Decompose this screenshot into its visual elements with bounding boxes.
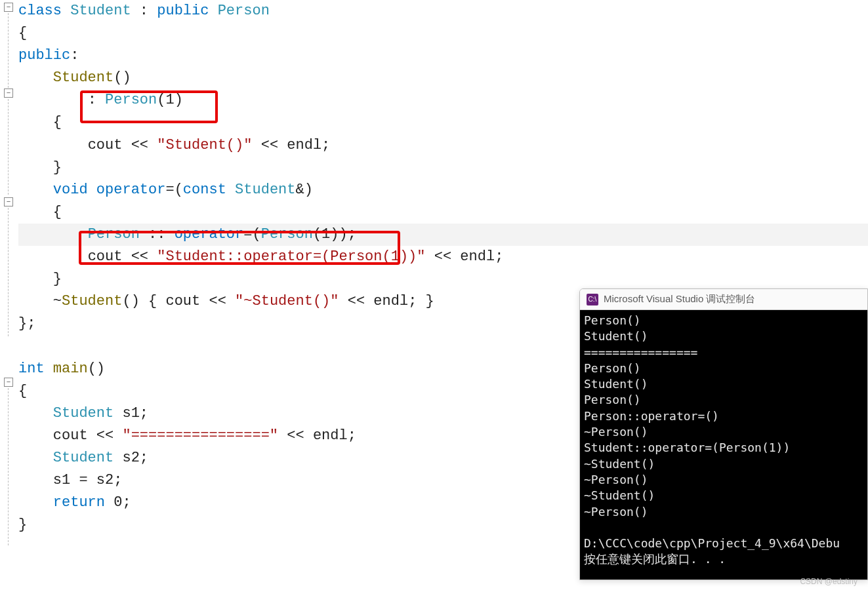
console-output[interactable]: Person() Student() ================ Pers… [580,310,867,580]
console-title: Microsoft Visual Studio 调试控制台 [604,293,755,305]
vs-icon: C:\ [587,294,598,305]
debug-console-window[interactable]: C:\ Microsoft Visual Studio 调试控制台 Person… [579,288,868,580]
console-titlebar[interactable]: C:\ Microsoft Visual Studio 调试控制台 [580,289,867,310]
type-student: Student [70,3,131,19]
watermark: CSDN @edstiny [800,577,858,586]
keyword-class: class [18,3,62,19]
